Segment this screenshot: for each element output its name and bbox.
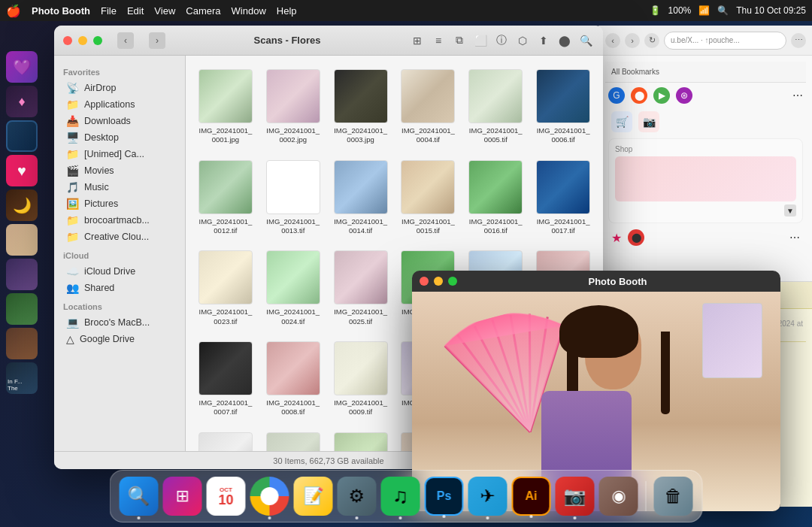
file-item[interactable]: IMG_20241001_0014.tif [330,156,392,241]
grid-view-button[interactable]: ⊞ [409,32,426,49]
dock-item-photobooth[interactable]: 📷 [556,477,595,516]
star-icon[interactable]: ★ [611,231,625,244]
pb-close-button[interactable] [420,277,429,286]
sidebar-item-shared[interactable]: 👥 Shared [57,280,182,296]
menu-help[interactable]: Help [277,5,297,17]
desktop-icon-2[interactable]: ♦ [6,86,38,117]
dock-item-settings[interactable]: ⚙ [338,477,377,516]
browser-address-bar[interactable]: u.be/X... · ↑pouche... [664,32,786,50]
browser-action-row: 🛒 📷 [605,108,806,135]
cart-icon[interactable]: 🛒 [611,111,632,132]
file-item[interactable]: IMG_20241001_0009.tif [330,337,392,422]
back-button[interactable]: ‹ [117,32,134,49]
sidebar-item-google-drive[interactable]: △ Google Drive [57,331,182,347]
file-item[interactable]: IMG_20241001_0015.tif [398,156,459,241]
tag-button[interactable]: ⬤ [556,32,573,49]
dock-item-trash[interactable]: 🗑 [654,477,693,516]
sidebar-item-macbook[interactable]: 💻 Broco's MacB... [57,314,182,331]
menu-view[interactable]: View [154,5,175,17]
sidebar-item-desktop[interactable]: 🖥️ Desktop [57,129,182,146]
maximize-button[interactable] [93,36,102,45]
chrome-icon[interactable]: G [608,87,625,104]
info-button[interactable]: ⓘ [493,32,510,49]
browser-more[interactable]: ⋯ [791,33,806,48]
dock-separator [646,481,647,511]
dock-item-chrome[interactable] [250,477,289,516]
list-view-button[interactable]: ≡ [430,32,447,49]
menu-edit[interactable]: Edit [127,5,144,17]
file-item[interactable]: IMG_20241001_0018.tif [195,428,256,451]
close-button[interactable] [63,36,72,45]
file-item[interactable]: IMG_20241001_0001.jpg [195,65,256,150]
dock-item-misc[interactable]: ◉ [599,477,638,516]
file-item[interactable]: IMG_20241001_0019.tif [262,428,324,451]
dock-item-calendar[interactable]: OCT 10 [207,477,246,516]
desktop-icon-3[interactable] [6,120,38,152]
file-item[interactable]: IMG_20241001_0020.tif [330,428,392,451]
file-item[interactable]: IMG_20241001_0004.tif [398,65,459,150]
file-item[interactable]: IMG_20241001_0023.tif [195,246,256,331]
extension-icon-2[interactable]: ▶ [653,87,670,104]
extension-icon-3[interactable]: ⊛ [676,87,692,104]
forward-button[interactable]: › [149,32,165,49]
pb-minimize-button[interactable] [434,277,443,286]
gallery-view-button[interactable]: ⬜ [472,32,489,49]
pb-maximize-button[interactable] [448,277,457,286]
dock-item-illustrator[interactable]: Ai [512,477,551,516]
sidebar-item-pictures[interactable]: 🖼️ Pictures [57,195,182,212]
file-item[interactable]: IMG_20241001_0025.tif [330,246,392,331]
share-button[interactable]: ⬆ [535,32,552,49]
file-item[interactable]: IMG_20241001_0024.tif [262,246,324,331]
shop-dropdown[interactable]: ▼ [615,204,796,217]
file-item[interactable]: IMG_20241001_0013.tif [262,156,324,241]
desktop-icon-4[interactable]: ♥ [6,155,38,186]
red-dot-icon[interactable]: ⬤ [628,229,644,246]
dock-item-photoshop[interactable]: Ps [425,477,464,516]
menu-window[interactable]: Window [232,5,266,17]
sidebar-item-music[interactable]: 🎵 Music [57,179,182,195]
dock-item-launchpad[interactable]: ⊞ [163,477,202,516]
sidebar-item-unimed[interactable]: 📁 [Unimed] Ca... [57,146,182,162]
action-button[interactable]: ⬡ [514,32,531,49]
search-button[interactable]: 🔍 [577,32,594,49]
file-item[interactable]: IMG_20241001_0008.tif [262,337,324,422]
column-view-button[interactable]: ⧉ [451,32,468,49]
file-item[interactable]: IMG_20241001_0007.tif [195,337,256,422]
file-thumbnail [468,69,523,123]
camera-icon[interactable]: 📷 [638,111,659,132]
extension-icon-1[interactable]: ⬤ [631,87,647,104]
file-item[interactable]: IMG_20241001_0012.tif [195,156,256,241]
file-item[interactable]: IMG_20241001_0003.jpg [330,65,392,150]
apple-menu[interactable]: 🍎 [6,4,21,18]
browser-menu-dots[interactable]: ⋯ [792,89,803,101]
sidebar-item-airdrop[interactable]: 📡 AirDrop [57,80,182,96]
sidebar-item-broco[interactable]: 📁 brocoartmacb... [57,212,182,229]
dock-item-finder[interactable]: 🔍 [120,477,159,516]
app-name[interactable]: Photo Booth [32,5,90,17]
file-item[interactable]: IMG_20241001_0016.tif [465,156,526,241]
sidebar-item-icloud-drive[interactable]: ☁️ iCloud Drive [57,263,182,280]
desktop-icon-5[interactable]: 🌙 [6,189,38,221]
file-item[interactable]: IMG_20241001_0017.tif [532,156,594,241]
menu-camera[interactable]: Camera [186,5,220,17]
dock-item-spotify[interactable]: ♫ [381,477,420,516]
desktop-icon-strip: 💜 ♦ ♥ 🌙 In F...The [6,51,38,394]
dock-item-telegram[interactable]: ✈ [468,477,508,516]
more-options[interactable]: ⋯ [789,232,800,244]
browser-back[interactable]: ‹ [605,33,620,48]
desktop-icon-1[interactable]: 💜 [6,51,38,83]
file-item[interactable]: IMG_20241001_0002.jpg [262,65,324,150]
browser-refresh[interactable]: ↻ [644,33,659,48]
sidebar-item-downloads[interactable]: 📥 Downloads [57,113,182,129]
minimize-button[interactable] [78,36,87,45]
search-icon[interactable]: 🔍 [717,5,729,16]
file-item[interactable]: IMG_20241001_0006.tif [532,65,594,150]
sidebar-item-creative-cloud[interactable]: 📁 Creative Clou... [57,229,182,245]
airdrop-icon: 📡 [66,82,79,94]
sidebar-item-movies[interactable]: 🎬 Movies [57,162,182,179]
menu-file[interactable]: File [101,5,117,17]
sidebar-item-applications[interactable]: 📁 Applications [57,96,182,113]
dock-item-notes[interactable]: 📝 [294,477,333,516]
browser-forward[interactable]: › [625,33,640,48]
file-item[interactable]: IMG_20241001_0005.tif [465,65,526,150]
